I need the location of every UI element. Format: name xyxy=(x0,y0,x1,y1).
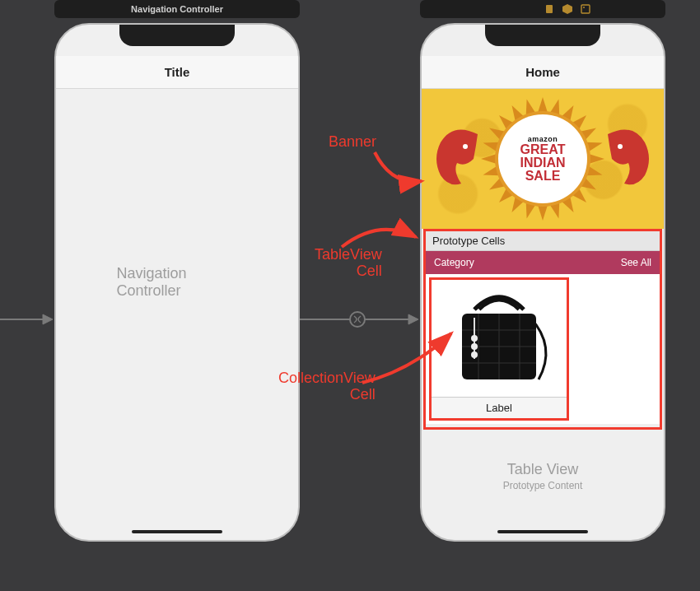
tableview-cell-highlight: Prototype Cells Category See All xyxy=(423,229,662,430)
svg-marker-43 xyxy=(43,314,53,324)
svg-marker-1 xyxy=(562,4,572,14)
navigation-controller-scene[interactable]: Title Navigation Controller xyxy=(54,23,300,542)
collectionview[interactable]: Label xyxy=(426,274,660,424)
banner-line2: INDIAN xyxy=(520,156,565,170)
home-indicator xyxy=(497,530,588,533)
prototype-cells-header: Prototype Cells xyxy=(426,231,660,251)
tableview-subtitle: Prototype Content xyxy=(422,480,664,491)
elephant-right-icon xyxy=(603,122,657,196)
scene-titlebar-right[interactable] xyxy=(420,0,665,18)
svg-point-39 xyxy=(471,335,478,342)
svg-point-3 xyxy=(583,7,585,8)
annotation-collectionview-cell: CollectionView Cell xyxy=(278,370,376,403)
category-title: Category xyxy=(434,257,474,268)
banner-image: amazon GREAT INDIAN SALE xyxy=(422,89,664,229)
image-icon xyxy=(580,3,591,15)
svg-rect-0 xyxy=(546,5,553,13)
annotation-tableview-cell: TableView Cell xyxy=(315,247,382,280)
svg-point-41 xyxy=(471,351,478,358)
svg-point-5 xyxy=(618,144,623,149)
svg-point-4 xyxy=(463,144,468,149)
svg-marker-12 xyxy=(589,154,604,164)
notch xyxy=(119,25,235,46)
svg-marker-45 xyxy=(408,314,418,324)
collectionview-cell[interactable] xyxy=(574,277,648,421)
cube-icon xyxy=(562,3,573,15)
svg-marker-24 xyxy=(481,154,497,164)
svg-point-40 xyxy=(471,343,478,350)
nav-title: Title xyxy=(165,65,190,79)
svg-marker-18 xyxy=(538,205,548,221)
navbar: Title xyxy=(56,56,298,89)
annotation-banner: Banner xyxy=(329,133,376,151)
document-icon xyxy=(544,3,555,15)
scene-title-text: Navigation Controller xyxy=(131,4,223,14)
banner-circle: amazon GREAT INDIAN SALE xyxy=(498,114,587,203)
product-image xyxy=(432,280,567,397)
scene-titlebar-left[interactable]: Navigation Controller xyxy=(54,0,300,18)
svg-rect-2 xyxy=(581,5,590,13)
navigation-controller-placeholder: Navigation Controller xyxy=(117,265,238,300)
notch xyxy=(485,25,600,46)
nav-title: Home xyxy=(525,65,560,79)
see-all-link[interactable]: See All xyxy=(621,257,651,268)
svg-point-46 xyxy=(350,312,365,327)
banner-line3: SALE xyxy=(525,170,561,183)
category-bar[interactable]: Category See All xyxy=(426,251,660,274)
banner-line1: GREAT xyxy=(520,143,566,156)
navbar: Home xyxy=(422,56,664,89)
home-scene[interactable]: Home xyxy=(420,23,665,542)
segue-arrow-in-icon xyxy=(0,303,54,336)
elephant-left-icon xyxy=(428,122,483,196)
svg-marker-6 xyxy=(538,97,548,113)
segue-arrow-between-icon[interactable] xyxy=(300,303,420,336)
cell-label: Label xyxy=(432,397,567,418)
tableview-placeholder: Table View Prototype Content xyxy=(422,461,664,491)
tableview-title: Table View xyxy=(422,461,664,478)
home-indicator xyxy=(132,530,222,533)
collectionview-cell-highlight[interactable]: Label xyxy=(429,277,569,421)
